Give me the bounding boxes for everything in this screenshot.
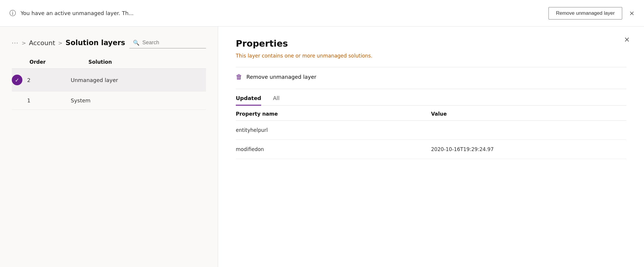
remove-unmanaged-action[interactable]: 🗑 Remove unmanaged layer xyxy=(236,73,626,81)
props-row-2: modifiedon 2020-10-16T19:29:24.97 xyxy=(236,140,626,159)
info-icon: ⓘ xyxy=(9,9,16,18)
main-content: ··· > Account > Solution layers 🔍 Order … xyxy=(0,27,644,267)
props-table-header: Property name Value xyxy=(236,106,626,121)
props-name-1: entityhelpurl xyxy=(236,127,431,133)
left-panel: ··· > Account > Solution layers 🔍 Order … xyxy=(0,27,218,267)
notification-text: You have an active unmanaged layer. Th..… xyxy=(21,10,544,16)
solution-cell-1: Unmanaged layer xyxy=(71,77,206,83)
panel-action-label: Remove unmanaged layer xyxy=(246,74,316,80)
breadcrumb-current: Solution layers xyxy=(65,39,125,47)
props-col-value: Value xyxy=(431,111,627,117)
tabs-row: Updated All xyxy=(236,95,626,106)
tab-all[interactable]: All xyxy=(273,95,279,106)
order-number-1: 2 xyxy=(27,77,30,83)
trash-icon: 🗑 xyxy=(236,73,242,81)
row-order-cell-2: 1 xyxy=(12,97,71,104)
order-number-2: 1 xyxy=(27,97,30,104)
props-col-name: Property name xyxy=(236,111,431,117)
breadcrumb-row: ··· > Account > Solution layers 🔍 xyxy=(0,27,218,55)
panel-close-icon[interactable]: × xyxy=(624,36,630,43)
table-header: Order Solution xyxy=(12,55,206,69)
search-box[interactable]: 🔍 xyxy=(129,37,206,48)
notification-bar: ⓘ You have an active unmanaged layer. Th… xyxy=(0,0,644,27)
panel-subtitle: This layer contains one or more unmanage… xyxy=(236,53,626,59)
breadcrumb-account[interactable]: Account xyxy=(29,39,55,47)
props-name-2: modifiedon xyxy=(236,146,431,152)
panel-divider-1 xyxy=(236,67,626,67)
selected-check-icon: ✓ xyxy=(12,75,22,85)
column-header-solution: Solution xyxy=(88,59,206,65)
remove-unmanaged-layer-button[interactable]: Remove unmanaged layer xyxy=(549,7,622,19)
table-container: Order Solution ✓ 2 Unmanaged layer 1 Sys… xyxy=(0,55,218,267)
solution-cell-2: System xyxy=(71,97,206,104)
properties-panel: × Properties This layer contains one or … xyxy=(218,27,644,267)
breadcrumb-sep-2: > xyxy=(58,40,62,46)
breadcrumb: ··· > Account > Solution layers xyxy=(12,39,125,47)
column-header-order: Order xyxy=(29,59,88,65)
breadcrumb-dots[interactable]: ··· xyxy=(12,40,19,46)
panel-title: Properties xyxy=(236,38,626,49)
tab-updated[interactable]: Updated xyxy=(236,95,261,106)
table-row[interactable]: ✓ 2 Unmanaged layer xyxy=(12,69,206,91)
props-value-2: 2020-10-16T19:29:24.97 xyxy=(431,146,627,152)
table-row[interactable]: 1 System xyxy=(12,91,206,110)
search-input[interactable] xyxy=(142,40,201,46)
search-icon: 🔍 xyxy=(133,40,139,46)
notification-close-icon[interactable]: × xyxy=(629,10,635,17)
breadcrumb-sep-1: > xyxy=(22,40,26,46)
panel-divider-2 xyxy=(236,89,626,89)
row-order-cell-1: ✓ 2 xyxy=(12,75,71,85)
properties-table: Property name Value entityhelpurl modifi… xyxy=(236,106,626,159)
props-row-1: entityhelpurl xyxy=(236,121,626,140)
